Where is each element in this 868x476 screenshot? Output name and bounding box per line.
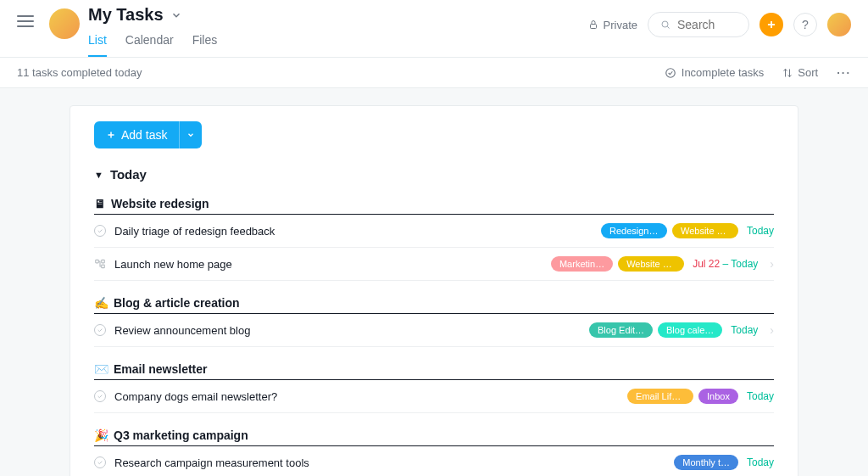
- search-icon: [660, 19, 670, 31]
- project-tag[interactable]: Website L…: [672, 223, 738, 238]
- task-panel: Add task ▼ Today 🖥Website redesignDaily …: [70, 105, 798, 476]
- user-avatar[interactable]: [827, 13, 851, 36]
- group-title-text: Q3 marketing campaign: [114, 428, 248, 442]
- tab-calendar[interactable]: Calendar: [125, 28, 174, 57]
- group-title[interactable]: ✉️Email newsletter: [94, 359, 774, 380]
- chevron-right-icon[interactable]: ›: [770, 257, 774, 271]
- sub-bar: 11 tasks completed today Incomplete task…: [0, 58, 868, 88]
- title-dropdown[interactable]: [170, 9, 182, 21]
- content-area: Add task ▼ Today 🖥Website redesignDaily …: [0, 88, 868, 476]
- caret-down-icon: ▼: [94, 170, 103, 180]
- group-emoji: ✉️: [94, 362, 108, 376]
- sort-icon: [782, 68, 793, 78]
- search-box[interactable]: [648, 12, 749, 37]
- menu-toggle[interactable]: [17, 0, 44, 27]
- svg-point-5: [666, 68, 676, 77]
- group-title-text: Website redesign: [111, 197, 209, 210]
- tag-group: Redesign …Website L…: [601, 223, 738, 238]
- svg-rect-10: [102, 265, 105, 268]
- svg-rect-8: [96, 260, 99, 263]
- project-tag[interactable]: Marketin…: [551, 256, 613, 272]
- help-button[interactable]: ?: [793, 13, 817, 36]
- project-tag[interactable]: Monthly t…: [674, 455, 738, 470]
- group-title-text: Blog & article creation: [114, 296, 240, 310]
- tag-group: Blog Edit…Blog cale…: [589, 322, 722, 338]
- section-today-header[interactable]: ▼ Today: [94, 167, 774, 182]
- svg-point-1: [662, 21, 668, 27]
- filter-incomplete[interactable]: Incomplete tasks: [665, 66, 765, 79]
- task-name: Launch new home page: [114, 258, 542, 271]
- subtask-icon: [94, 258, 106, 270]
- plus-icon: [765, 19, 777, 31]
- group-title[interactable]: ✍️Blog & article creation: [94, 293, 774, 314]
- complete-check-icon[interactable]: [94, 225, 106, 237]
- svg-rect-0: [590, 25, 596, 29]
- check-circle-icon: [665, 67, 676, 79]
- task-row[interactable]: Review announcement blogBlog Edit…Blog c…: [94, 314, 774, 347]
- chevron-down-icon: [186, 131, 195, 139]
- task-name: Review announcement blog: [114, 324, 581, 337]
- title-block: My Tasks List Calendar Files: [88, 0, 217, 57]
- project-tag[interactable]: Website L…: [618, 256, 684, 272]
- task-date: Today: [731, 324, 758, 336]
- plus-icon: [106, 130, 116, 140]
- section-today-label: Today: [110, 167, 147, 182]
- task-date: Today: [747, 225, 774, 237]
- add-task-dropdown[interactable]: [179, 121, 202, 148]
- filter-incomplete-label: Incomplete tasks: [682, 66, 765, 79]
- chevron-right-icon[interactable]: ›: [770, 323, 774, 337]
- task-name: Daily triage of redesign feedback: [114, 225, 593, 238]
- tag-group: Monthly t…: [674, 455, 738, 470]
- project-tag[interactable]: Email Life…: [627, 389, 693, 404]
- complete-check-icon[interactable]: [94, 324, 106, 336]
- complete-check-icon[interactable]: [94, 390, 106, 402]
- task-name: Company dogs email newsletter?: [114, 390, 619, 403]
- task-date: Today: [747, 390, 774, 402]
- svg-rect-9: [102, 260, 105, 263]
- hamburger-icon: [17, 15, 34, 27]
- svg-line-2: [667, 26, 669, 28]
- add-task-label: Add task: [121, 128, 167, 142]
- complete-check-icon[interactable]: [94, 456, 106, 468]
- group-title-text: Email newsletter: [114, 362, 208, 376]
- task-name: Research campaign measurement tools: [114, 456, 665, 469]
- top-bar: My Tasks List Calendar Files Private ?: [0, 0, 868, 58]
- sort-label: Sort: [798, 66, 818, 79]
- task-row[interactable]: Company dogs email newsletter?Email Life…: [94, 380, 774, 413]
- view-tabs: List Calendar Files: [88, 28, 217, 57]
- project-tag[interactable]: Redesign …: [601, 223, 667, 238]
- task-date: Today: [747, 456, 774, 468]
- project-tag[interactable]: Blog cale…: [658, 322, 722, 338]
- sort-button[interactable]: Sort: [782, 66, 818, 79]
- completed-today-text: 11 tasks completed today: [17, 66, 142, 79]
- task-row[interactable]: Research campaign measurement toolsMonth…: [94, 446, 774, 476]
- search-input[interactable]: [677, 18, 737, 31]
- project-avatar[interactable]: [49, 8, 80, 39]
- privacy-label: Private: [604, 19, 637, 31]
- group-emoji: 🎉: [94, 428, 108, 442]
- group-title[interactable]: 🎉Q3 marketing campaign: [94, 425, 774, 446]
- task-date: Jul 22 – Today: [693, 258, 758, 270]
- chevron-down-icon: [170, 9, 182, 21]
- task-row[interactable]: Launch new home pageMarketin…Website L…J…: [94, 248, 774, 281]
- more-actions[interactable]: ···: [837, 66, 851, 79]
- group-title[interactable]: 🖥Website redesign: [94, 193, 774, 215]
- tab-files[interactable]: Files: [192, 28, 218, 57]
- tab-list[interactable]: List: [88, 28, 107, 57]
- project-tag[interactable]: Blog Edit…: [589, 322, 653, 338]
- privacy-toggle[interactable]: Private: [588, 19, 637, 31]
- project-tag[interactable]: Inbox: [698, 389, 738, 404]
- topbar-right: Private ?: [588, 0, 851, 49]
- page-title: My Tasks: [88, 5, 164, 25]
- group-emoji: ✍️: [94, 296, 108, 310]
- lock-icon: [588, 20, 598, 30]
- quick-add-button[interactable]: [760, 13, 783, 36]
- tag-group: Email Life…Inbox: [627, 389, 738, 404]
- group-emoji: 🖥: [94, 197, 106, 210]
- tag-group: Marketin…Website L…: [551, 256, 684, 272]
- task-row[interactable]: Daily triage of redesign feedbackRedesig…: [94, 215, 774, 248]
- add-task-button[interactable]: Add task: [94, 121, 179, 148]
